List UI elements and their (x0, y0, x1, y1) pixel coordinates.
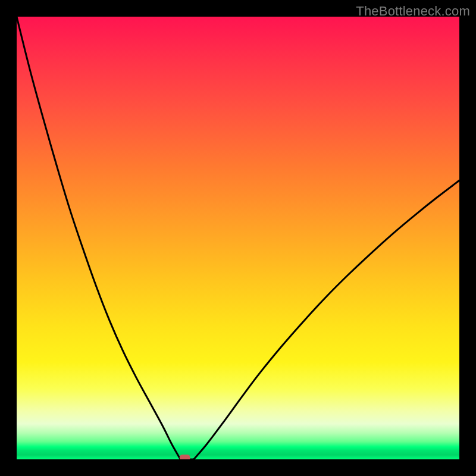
chart-plot-area (17, 17, 459, 459)
chart-frame: TheBottleneck.com (0, 0, 476, 476)
watermark-text: TheBottleneck.com (356, 4, 470, 19)
